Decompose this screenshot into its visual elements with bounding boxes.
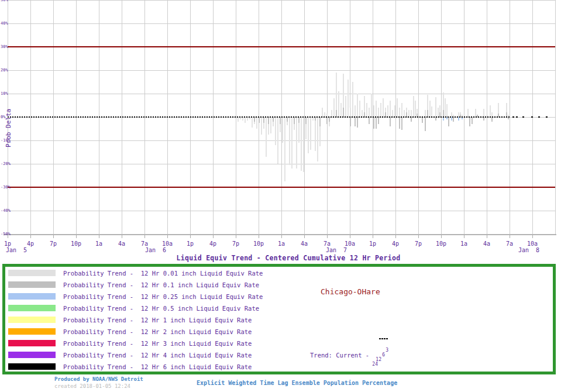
x-date-label: Jan 8 bbox=[518, 247, 539, 253]
bar bbox=[387, 105, 388, 117]
bar bbox=[469, 117, 470, 126]
legend-row-label: Probability Trend - 12 Hr 0.25 inch Liqu… bbox=[63, 293, 263, 300]
bar bbox=[273, 117, 274, 122]
bar bbox=[352, 82, 353, 117]
legend-swatch bbox=[8, 352, 56, 358]
bar bbox=[289, 117, 290, 165]
x-tick bbox=[373, 235, 373, 238]
bar bbox=[319, 117, 321, 126]
ref-line bbox=[8, 187, 555, 188]
bar bbox=[376, 117, 377, 129]
bar bbox=[415, 101, 416, 117]
y-tick-label: 30% bbox=[1, 44, 8, 49]
bar bbox=[413, 96, 414, 117]
bar bbox=[373, 105, 374, 117]
bar bbox=[296, 117, 297, 169]
x-tick-label: 10p bbox=[250, 240, 267, 247]
x-tick-label: 1a bbox=[91, 240, 107, 247]
bar bbox=[238, 117, 239, 122]
legend-box: Probability Trend - 12 Hr 0.01 inch Liqu… bbox=[2, 264, 556, 374]
footer-ensemble-note: Explicit Weighted Time Lag Ensemble Popu… bbox=[197, 380, 397, 386]
bar bbox=[303, 117, 304, 172]
bar bbox=[366, 103, 367, 117]
y-tick-label: 40% bbox=[1, 21, 8, 26]
bar bbox=[355, 105, 356, 117]
bar bbox=[270, 117, 271, 133]
bar bbox=[373, 117, 374, 129]
bar bbox=[399, 117, 400, 129]
bar bbox=[445, 98, 446, 117]
bar bbox=[475, 109, 476, 117]
x-tick bbox=[304, 235, 305, 238]
x-tick bbox=[144, 235, 145, 238]
x-tick bbox=[259, 235, 259, 238]
bar bbox=[245, 117, 246, 123]
zero-dash bbox=[531, 116, 533, 118]
x-tick-label: 4a bbox=[479, 240, 495, 247]
bar bbox=[422, 117, 423, 123]
y-tick-label: -20% bbox=[1, 161, 11, 166]
legend-swatch bbox=[8, 328, 56, 335]
legend-row-label: Probability Trend - 12 Hr 4 inch Liquid … bbox=[63, 352, 252, 359]
plot-area: 1p4p7p10p1a4a7a10a1p4p7p10p1a4a7a10a1p4p… bbox=[0, 0, 585, 257]
legend-row-label: Probability Trend - 12 Hr 0.01 inch Liqu… bbox=[63, 270, 263, 277]
x-tick bbox=[167, 235, 168, 238]
zero-dash bbox=[516, 116, 518, 118]
x-tick-label: 7a bbox=[319, 240, 335, 247]
trend-dot-icon bbox=[384, 338, 386, 339]
y-tick-label: -50% bbox=[1, 232, 11, 236]
footer-created-timestamp: created 2018-01-05 12:24 bbox=[54, 383, 130, 389]
bar bbox=[380, 103, 381, 117]
legend-swatch bbox=[8, 340, 56, 346]
x-tick-label: 7p bbox=[45, 240, 61, 247]
x-tick-label: 10a bbox=[524, 240, 541, 247]
x-tick bbox=[327, 235, 328, 238]
trend-hour-label: 24 bbox=[370, 362, 378, 367]
bar bbox=[376, 101, 377, 117]
bar bbox=[369, 117, 370, 124]
bar bbox=[453, 117, 454, 122]
x-tick bbox=[76, 235, 77, 238]
x-tick bbox=[30, 235, 31, 238]
x-tick bbox=[418, 235, 419, 238]
bar bbox=[315, 117, 316, 151]
y-tick-label: -30% bbox=[1, 185, 11, 190]
bar bbox=[448, 117, 449, 126]
trend-dot-icon bbox=[379, 338, 381, 339]
v-gridline bbox=[555, 0, 556, 234]
bar bbox=[467, 109, 469, 117]
x-tick-label: 4p bbox=[205, 240, 221, 247]
y-tick-label: 20% bbox=[1, 68, 8, 73]
bar bbox=[350, 117, 351, 126]
bar bbox=[252, 117, 253, 128]
bar bbox=[284, 117, 285, 181]
bar bbox=[401, 103, 402, 117]
bar bbox=[394, 105, 395, 117]
bar bbox=[397, 98, 398, 117]
bar bbox=[483, 109, 484, 117]
x-axis-line bbox=[4, 234, 556, 235]
bar bbox=[359, 101, 360, 117]
x-tick bbox=[464, 235, 464, 238]
x-tick bbox=[532, 235, 533, 238]
zero-dash bbox=[522, 116, 524, 118]
x-tick bbox=[53, 235, 54, 238]
bar bbox=[446, 104, 448, 117]
bar bbox=[378, 117, 379, 124]
bar bbox=[438, 108, 439, 117]
bar bbox=[322, 108, 323, 117]
bar bbox=[490, 105, 491, 117]
x-tick-label: 1p bbox=[0, 240, 16, 247]
legend-row-label: Probability Trend - 12 Hr 1 inch Liquid … bbox=[63, 317, 252, 324]
bar bbox=[291, 117, 292, 169]
x-tick-label: 4a bbox=[113, 240, 130, 247]
y-tick-label: 50% bbox=[1, 0, 8, 2]
x-tick-label: 10p bbox=[68, 240, 84, 247]
x-date-label: Jan 7 bbox=[326, 247, 347, 253]
bar bbox=[256, 117, 257, 129]
bar bbox=[333, 98, 335, 117]
bar bbox=[401, 117, 402, 130]
bar bbox=[357, 117, 358, 128]
bar bbox=[340, 103, 342, 117]
bar bbox=[411, 117, 412, 122]
